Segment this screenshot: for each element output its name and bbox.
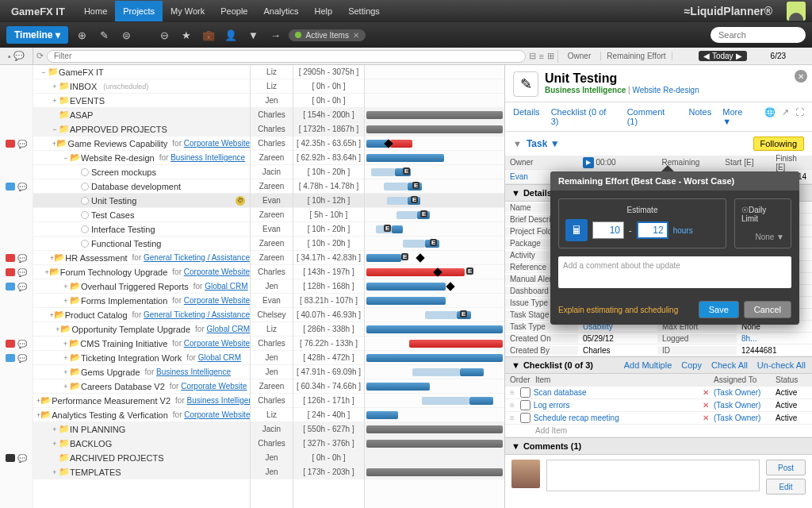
daily-limit-dropdown[interactable]: None ▼ [741,233,784,241]
nav-mywork[interactable]: My Work [163,1,213,21]
gantt-bar[interactable] [409,340,503,348]
gantt-bar[interactable] [460,368,484,376]
tree-row[interactable]: +📁 INBOX(unscheduled) [33,79,250,94]
gantt-bar[interactable] [366,111,503,119]
nav-home[interactable]: Home [76,1,115,21]
gantt-bar[interactable] [412,368,460,376]
tab-comment[interactable]: Comment (1) [627,107,678,126]
gantt-bar[interactable] [384,183,408,190]
chat-icon[interactable]: 💬 [13,51,25,61]
flag-icon[interactable]: ▪ [8,52,11,61]
tree-row[interactable]: +📂 Forms Implementationfor Corporate Web… [33,294,250,308]
close-panel-icon[interactable]: ✕ [795,70,807,83]
owner-link[interactable]: Evan [510,172,528,181]
row-flag-icon[interactable] [6,183,15,190]
gantt-bar[interactable] [366,254,401,262]
tree-row[interactable]: +📁 BACKLOG [33,437,250,451]
hours-link[interactable]: hours [673,226,693,235]
checklist-row[interactable]: ≡Schedule recap meeting✕(Task Owner)Acti… [505,412,812,425]
star-icon[interactable]: ★ [178,26,195,44]
gantt-bar[interactable] [366,411,398,419]
globe-icon[interactable]: 🌐 [764,107,776,126]
tree-row[interactable]: Test Cases [33,208,250,222]
breadcrumb-link-1[interactable]: Business Intelligence [545,86,626,94]
checklist-checkbox[interactable] [520,387,530,398]
row-chat-icon[interactable]: 💬 [17,283,27,291]
gantt-bar[interactable] [425,311,457,319]
row-flag-icon[interactable] [6,283,15,291]
tree-row[interactable]: +📂 Product Catalogfor General Ticketing … [33,308,250,322]
row-flag-icon[interactable] [6,354,15,362]
post-button[interactable]: Post [766,460,806,475]
nav-help[interactable]: Help [307,1,341,21]
edit-button[interactable]: Edit [766,479,806,495]
nav-settings[interactable]: Settings [340,1,388,21]
active-items-pill[interactable]: Active Items ✕ [289,29,365,41]
tree-row[interactable]: +📁 IN PLANNING [33,422,250,437]
checklist-item-link[interactable]: Scan database [534,388,703,397]
tree-row[interactable]: 📁 ASAP [33,108,250,122]
tree-row[interactable]: +📂 Performance Measurement V2for Busines… [33,394,250,408]
row-flag-icon[interactable] [6,268,15,276]
nav-projects[interactable]: Projects [115,1,163,21]
tab-notes[interactable]: Notes [688,107,711,126]
tree-row[interactable]: +📂 Careers Database V2for Corporate Webs… [33,379,250,394]
tree-row[interactable]: Unit Testing⏱ [33,194,250,208]
tree-row[interactable]: +📂 Gems Upgradefor Business Intelligence [33,365,250,379]
add-item-input[interactable]: Add Item [535,426,807,435]
copy-link[interactable]: Copy [681,360,702,370]
cancel-button[interactable]: Cancel [744,301,791,318]
tree-row[interactable]: Functional Testing [33,237,250,251]
gantt-bar[interactable] [392,225,403,233]
tree-row[interactable]: Interface Testing [33,222,250,237]
tab-more[interactable]: More ▼ [722,107,753,126]
gantt-bar[interactable] [403,240,425,248]
checklist-item-link[interactable]: Log errors [534,401,703,410]
delete-icon[interactable]: ✕ [703,388,709,397]
gantt-bar[interactable] [366,283,446,291]
tree-row[interactable]: +📂 Overhaul Triggered Reportsfor Global … [33,279,250,294]
checklist-checkbox[interactable] [520,413,530,423]
collapse-icon[interactable]: ⊟ [529,51,536,61]
calculator-icon[interactable]: 🖩 [565,219,588,241]
explain-link[interactable]: Explain estimating and scheduling [558,306,694,314]
gantt-bar[interactable] [371,168,395,176]
gantt-bar[interactable] [366,425,503,433]
row-chat-icon[interactable]: 💬 [17,140,27,148]
gantt-bar[interactable] [396,211,417,219]
gantt-bar[interactable] [366,468,503,476]
gantt-bar[interactable] [366,297,446,305]
check-all-link[interactable]: Check All [711,360,748,370]
row-chat-icon[interactable]: 💬 [17,254,27,263]
today-chip[interactable]: ◀Today▶ [699,51,747,61]
gantt-bar[interactable] [469,397,493,405]
task-dropdown[interactable]: Task ▼ [527,138,560,149]
tree-row[interactable]: −📂 Website Re-designfor Business Intelli… [33,151,250,165]
uncheck-all-link[interactable]: Un-check All [757,360,806,370]
comment-input[interactable] [546,460,760,491]
following-badge[interactable]: Following [753,137,804,151]
filter-input[interactable] [47,50,526,63]
tree-row[interactable]: +📂 Game Reviews Capabilityfor Corporate … [33,137,250,151]
tree-row[interactable]: +📂 Ticketing Integration Workfor Global … [33,351,250,365]
gantt-bar[interactable] [366,354,503,362]
expand-icon[interactable]: ⛶ [795,107,804,126]
globe-icon[interactable]: ⊜ [117,26,135,44]
add-icon[interactable]: ⊕ [73,26,90,44]
save-button[interactable]: Save [699,301,739,318]
tree-row[interactable]: +📂 CMS Training Initiativefor Corporate … [33,337,250,351]
edit-icon[interactable]: ✎ [95,26,113,44]
play-icon[interactable]: ▶ [583,157,594,168]
tab-details[interactable]: Details [513,107,540,126]
row-chat-icon[interactable]: 💬 [17,268,27,277]
row-flag-icon[interactable] [6,454,15,462]
gantt-bar[interactable] [366,325,503,333]
row-chat-icon[interactable]: 💬 [17,183,27,191]
tree-row[interactable]: Screen mockups [33,165,250,179]
checklist-item-link[interactable]: Schedule recap meeting [534,414,703,422]
refresh-icon[interactable]: ⟳ [36,51,44,61]
tab-checklist[interactable]: Checklist (0 of 3) [551,107,616,126]
minus-icon[interactable]: ⊖ [155,26,173,44]
delete-icon[interactable]: ✕ [703,414,709,422]
list-icon[interactable]: ≡ [539,52,544,61]
